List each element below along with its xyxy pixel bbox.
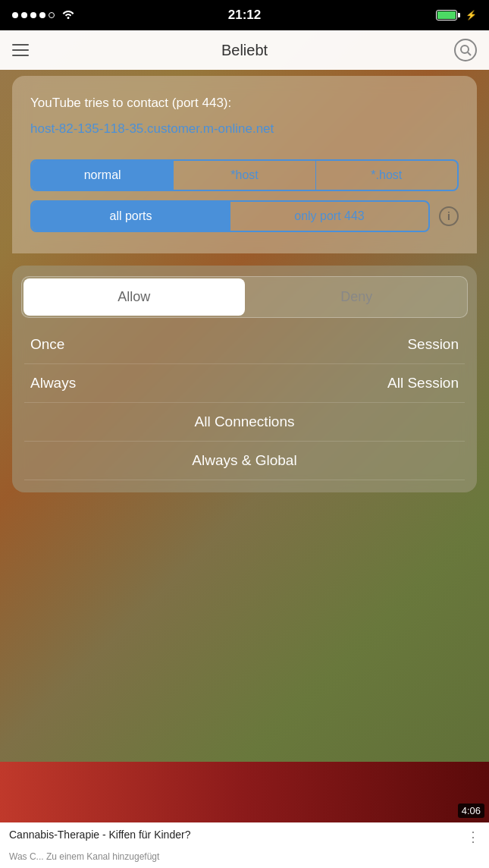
port-type-selector-row: all ports only port 443 i (30, 200, 459, 232)
session-option[interactable]: Session (407, 336, 459, 353)
page-title: Beliebt (221, 42, 268, 59)
search-button[interactable] (454, 39, 477, 61)
action-options: Once Session Always All Session All Conn… (12, 322, 477, 486)
hamburger-line-3 (12, 55, 29, 56)
segment-allports-button[interactable]: all ports (32, 202, 230, 231)
host-type-selector: normal *host *.host (30, 159, 459, 191)
video-subtitle: Was C... Zu einem Kanal hinzugefügt (0, 851, 489, 862)
host-segment-control: normal *host *.host (30, 159, 459, 191)
always-allsession-row: Always All Session (24, 364, 465, 403)
svg-point-0 (461, 46, 469, 53)
modal-host: host-82-135-118-35.customer.m-online.net (30, 120, 459, 138)
segment-wildhost-button[interactable]: *.host (316, 161, 457, 190)
status-bar: 21:12 ⚡ (0, 0, 489, 30)
charging-icon: ⚡ (465, 10, 477, 20)
battery-body (436, 10, 457, 20)
video-title: Cannabis-Therapie - Kiffen für Kinder? (9, 829, 460, 841)
hamburger-menu-icon[interactable] (12, 44, 29, 56)
battery-fill (437, 11, 456, 19)
more-options-icon[interactable]: ⋮ (466, 829, 480, 845)
svg-line-1 (468, 52, 471, 55)
all-connections-row: All Connections (24, 403, 465, 442)
once-option[interactable]: Once (30, 336, 64, 353)
wifi-icon (61, 8, 76, 22)
dot-1 (12, 12, 18, 18)
modal-top: YouTube tries to contact (port 443): hos… (12, 76, 477, 253)
signal-dots (12, 8, 76, 22)
always-option[interactable]: Always (30, 375, 76, 392)
video-info-row: Cannabis-Therapie - Kiffen für Kinder? ⋮ (0, 822, 489, 851)
once-session-row: Once Session (24, 326, 465, 364)
video-duration: 4:06 (458, 804, 484, 818)
info-icon[interactable]: i (439, 206, 459, 226)
dot-5 (49, 12, 55, 18)
dot-4 (39, 12, 45, 18)
battery-tip (458, 13, 460, 17)
all-session-option[interactable]: All Session (387, 375, 459, 392)
battery-indicator (436, 10, 460, 20)
bottom-content: 4:06 Cannabis-Therapie - Kiffen für Kind… (0, 762, 489, 868)
status-right: ⚡ (436, 10, 477, 20)
segment-host-button[interactable]: *host (174, 161, 315, 190)
port-segment-control: all ports only port 443 (30, 200, 430, 232)
allow-deny-toggle: Allow Deny (21, 276, 468, 318)
modal-description: YouTube tries to contact (port 443): (30, 94, 459, 112)
always-global-row: Always & Global (24, 442, 465, 480)
segment-onlyport-button[interactable]: only port 443 (230, 202, 428, 231)
dot-3 (30, 12, 36, 18)
allow-button[interactable]: Allow (24, 278, 245, 316)
hamburger-line-1 (12, 44, 29, 46)
modal-container: YouTube tries to contact (port 443): hos… (0, 70, 489, 492)
hamburger-line-2 (12, 49, 29, 51)
always-global-option[interactable]: Always & Global (192, 452, 296, 469)
dot-2 (21, 12, 27, 18)
app-bar: Beliebt (0, 30, 489, 70)
video-thumbnail: 4:06 (0, 762, 489, 822)
status-time: 21:12 (228, 8, 261, 23)
segment-normal-button[interactable]: normal (32, 161, 174, 190)
action-panel: Allow Deny Once Session Always All Sessi… (12, 266, 477, 492)
all-connections-option[interactable]: All Connections (194, 414, 294, 430)
deny-button[interactable]: Deny (246, 277, 468, 317)
